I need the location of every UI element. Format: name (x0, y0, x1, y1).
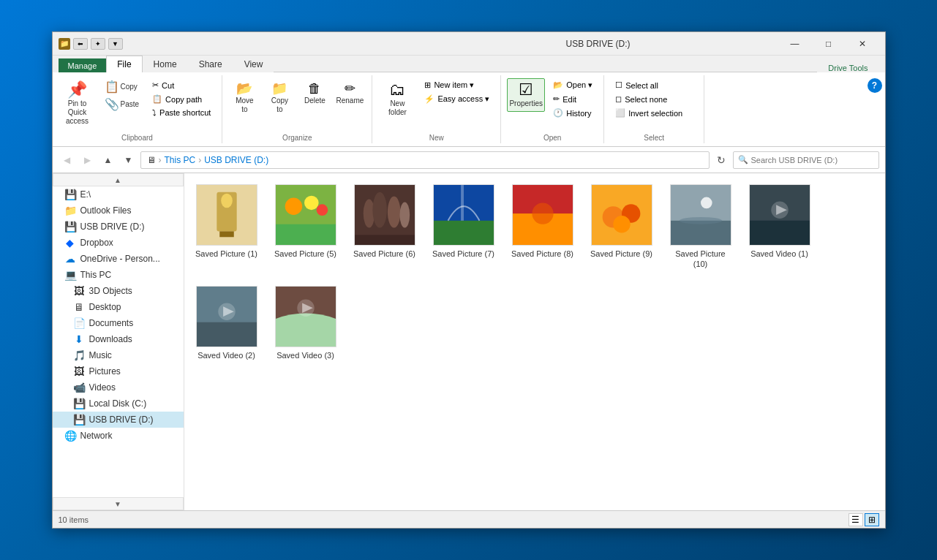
copy-button[interactable]: 📋 Copy (99, 78, 145, 96)
tab-file[interactable]: File (106, 56, 142, 72)
copy-path-icon: 📋 (152, 94, 162, 104)
svg-point-25 (613, 216, 630, 232)
paste-shortcut-button[interactable]: ⤵ Paste shortcut (147, 106, 216, 119)
ribbon-new-section: 🗂 Newfolder ⊞ New item ▾ ⚡ Easy access ▾… (372, 75, 501, 143)
sidebar-item-network[interactable]: 🌐 Network (53, 428, 184, 444)
copy-to-icon: 📁 (271, 82, 287, 95)
sidebar-item-dropbox[interactable]: ◆ Dropbox (53, 235, 184, 251)
sidebar: 💾 E:\ 📁 Outlook Files 💾 USB DRIVE (D:) ◆… (53, 186, 184, 497)
file-item-saved-pic-7[interactable]: Saved Picture (7) (427, 179, 500, 275)
window-title: USB DRIVE (D:) (418, 39, 778, 49)
copy-path-button[interactable]: 📋 Copy path (147, 92, 216, 106)
sidebar-item-outlook-files[interactable]: 📁 Outlook Files (53, 203, 184, 219)
easy-access-button[interactable]: ⚡ Easy access ▾ (419, 92, 494, 106)
sidebar-label-this-pc: This PC (80, 270, 178, 280)
paste-shortcut-icon: ⤵ (152, 108, 157, 117)
sidebar-item-local-disk[interactable]: 💾 Local Disk (C:) (53, 396, 184, 412)
minimize-button[interactable]: — (778, 32, 812, 56)
tab-home[interactable]: Home (143, 56, 188, 72)
copy-to-button[interactable]: 📁 Copyto (263, 78, 296, 118)
quick-access-btn-2[interactable]: ✦ (91, 38, 105, 50)
back-button[interactable]: ◀ (59, 151, 76, 169)
file-item-saved-pic-1[interactable]: Saved Picture (1) (190, 179, 263, 275)
copy-to-label: Copyto (271, 97, 288, 114)
sidebar-item-music[interactable]: 🎵 Music (53, 347, 184, 363)
list-view-button[interactable]: ☰ (848, 513, 863, 526)
invert-selection-label: Invert selection (628, 109, 682, 118)
search-input[interactable] (751, 156, 874, 164)
rename-button[interactable]: ✏ Rename (334, 78, 366, 109)
svg-rect-16 (434, 221, 494, 245)
file-item-saved-pic-6[interactable]: Saved Picture (6) (348, 179, 421, 275)
sidebar-item-onedrive[interactable]: ☁ OneDrive - Person... (53, 251, 184, 267)
file-name-saved-pic-1: Saved Picture (1) (195, 249, 257, 259)
delete-button[interactable]: 🗑 Delete (298, 78, 331, 109)
sidebar-item-3d-objects[interactable]: 🖼 3D Objects (53, 283, 184, 299)
move-to-label: Moveto (236, 97, 253, 114)
sidebar-item-downloads[interactable]: ⬇ Downloads (53, 331, 184, 347)
address-path[interactable]: 🖥 › This PC › USB DRIVE (D:) (140, 151, 710, 169)
history-button[interactable]: 🕐 History (548, 106, 598, 120)
file-item-saved-video-1[interactable]: Saved Video (1) (743, 179, 816, 275)
new-item-button[interactable]: ⊞ New item ▾ (419, 78, 494, 92)
up-button[interactable]: ▲ (99, 151, 117, 169)
select-all-button[interactable]: ☐ Select all (610, 78, 698, 92)
forward-button[interactable]: ▶ (79, 151, 97, 169)
sidebar-item-desktop[interactable]: 🖥 Desktop (53, 299, 184, 315)
cut-button[interactable]: ✂ Cut (147, 78, 216, 92)
properties-button[interactable]: ☑ Properties (507, 78, 545, 112)
search-box[interactable]: 🔍 (733, 151, 879, 169)
sidebar-item-usb-drive-1[interactable]: 💾 USB DRIVE (D:) (53, 219, 184, 235)
file-item-saved-video-3[interactable]: Saved Video (3) (269, 281, 342, 366)
open-button[interactable]: 📂 Open ▾ (548, 78, 598, 92)
path-usb-drive[interactable]: USB DRIVE (D:) (204, 155, 268, 165)
file-item-saved-video-2[interactable]: Saved Video (2) (190, 281, 263, 366)
sidebar-label-desktop: Desktop (89, 302, 178, 312)
sidebar-item-documents[interactable]: 📄 Documents (53, 315, 184, 331)
tab-view[interactable]: View (233, 56, 274, 72)
easy-access-icon: ⚡ (424, 94, 434, 104)
clipboard-col: 📋 Copy 📎 Paste (99, 78, 145, 113)
grid-view-button[interactable]: ⊞ (865, 513, 879, 526)
clipboard-small-col: ✂ Cut 📋 Copy path ⤵ Paste shortcut (147, 78, 216, 119)
quick-access-btn-1[interactable]: ⬅ (73, 38, 88, 50)
move-to-button[interactable]: 📂 Moveto (228, 78, 260, 118)
pin-to-quick-access-button[interactable]: 📌 Pin to Quickaccess (59, 78, 97, 129)
paste-label: Paste (121, 100, 140, 109)
ribbon-open-section: ☑ Properties 📂 Open ▾ ✏ Edit 🕐 History (501, 75, 604, 143)
close-button[interactable]: ✕ (846, 32, 879, 56)
copy-path-label: Copy path (165, 95, 202, 104)
file-item-saved-pic-8[interactable]: Saved Picture (8) (506, 179, 579, 275)
sidebar-scroll-down[interactable]: ▼ (53, 497, 184, 510)
sidebar-item-usb-drive-2[interactable]: 💾 USB DRIVE (D:) (53, 412, 184, 428)
sidebar-item-this-pc[interactable]: 💻 This PC (53, 267, 184, 283)
thumbnail-saved-pic-1 (196, 184, 257, 246)
sidebar-item-videos[interactable]: 📹 Videos (53, 379, 184, 396)
invert-selection-button[interactable]: ⬜ Invert selection (610, 106, 698, 120)
3d-icon: 🖼 (73, 285, 85, 297)
svg-rect-27 (671, 221, 731, 245)
quick-access-btn-3[interactable]: ▼ (108, 38, 123, 50)
refresh-button[interactable]: ↻ (712, 151, 730, 169)
recent-locations-button[interactable]: ▼ (120, 151, 138, 169)
outlook-icon: 📁 (64, 205, 76, 216)
sidebar-item-pictures[interactable]: 🖼 Pictures (53, 363, 184, 379)
new-folder-label: Newfolder (388, 99, 407, 117)
path-this-pc[interactable]: This PC (165, 155, 196, 165)
file-item-saved-pic-10[interactable]: Saved Picture (10) (664, 179, 737, 275)
help-button[interactable]: ? (868, 78, 882, 93)
new-folder-button[interactable]: 🗂 Newfolder (378, 78, 416, 121)
ribbon: 📌 Pin to Quickaccess 📋 Copy 📎 Paste (53, 72, 885, 147)
sidebar-scroll-up[interactable]: ▲ (53, 173, 184, 186)
file-item-saved-pic-9[interactable]: Saved Picture (9) (585, 179, 658, 275)
tab-share[interactable]: Share (188, 56, 233, 72)
paste-button[interactable]: 📎 Paste (99, 96, 145, 113)
sidebar-item-e-drive[interactable]: 💾 E:\ (53, 186, 184, 203)
select-none-button[interactable]: ◻ Select none (610, 92, 698, 106)
file-item-saved-pic-5[interactable]: Saved Picture (5) (269, 179, 342, 275)
svg-rect-2 (219, 231, 234, 237)
paste-icon: 📎 (105, 99, 119, 110)
edit-button[interactable]: ✏ Edit (548, 92, 598, 106)
tab-manage[interactable]: Manage (59, 58, 107, 72)
maximize-button[interactable]: □ (812, 32, 846, 56)
